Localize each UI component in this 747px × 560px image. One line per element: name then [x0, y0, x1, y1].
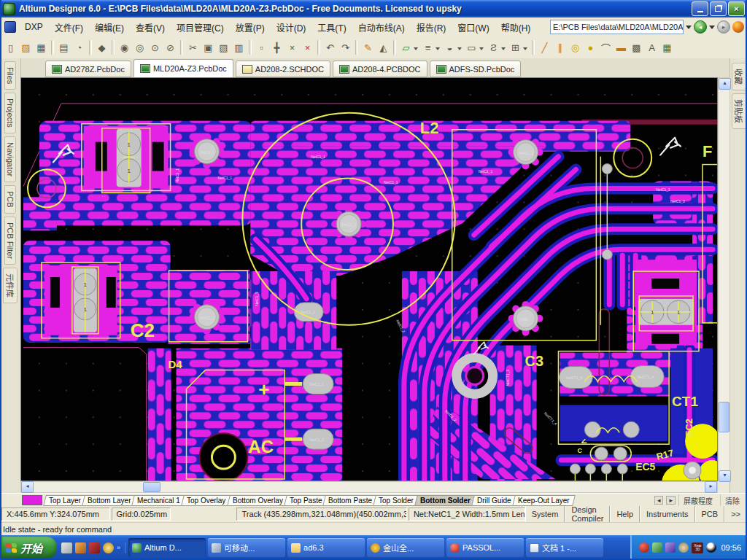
doc-tab-mld20a-z3[interactable]: MLD20A-Z3.PcbDoc	[133, 59, 233, 77]
fill-icon[interactable]: ▬	[614, 40, 629, 55]
panel-tab-clipboard[interactable]: 剪贴板	[732, 93, 746, 129]
doc-tab-ad208-4[interactable]: AD208-4.PCBDOC	[333, 61, 427, 77]
task-removable-disk[interactable]: 可移动...	[208, 538, 285, 557]
task-word-document[interactable]: 文档 1 -...	[526, 538, 603, 557]
layer-tab-bottom-overlay[interactable]: Bottom Overlay	[227, 495, 289, 506]
address-combobox[interactable]: E:\PCB Files\data\MLD20A\MLD20A-Z3	[550, 20, 684, 34]
task-passolo[interactable]: PASSOL...	[446, 538, 524, 557]
align-icon[interactable]: ≡	[420, 40, 436, 55]
restore-button[interactable]	[710, 1, 727, 16]
deselect-icon[interactable]: ×	[285, 40, 300, 55]
filter-icon[interactable]: ◭	[376, 40, 391, 55]
layer-tab-top-paste[interactable]: Top Paste	[284, 495, 328, 506]
panel-button-system[interactable]: System	[525, 506, 565, 522]
find-similar-icon[interactable]: ◒	[442, 40, 457, 55]
tray-update-icon[interactable]	[652, 542, 662, 553]
move-icon[interactable]: ╋	[269, 40, 285, 55]
scroll-up-button[interactable]: ▴	[719, 78, 731, 90]
tray-ball-icon[interactable]	[639, 542, 649, 553]
select-area-icon[interactable]: ▫	[254, 40, 269, 55]
home-icon[interactable]	[732, 21, 744, 33]
start-button[interactable]: 开始	[0, 537, 57, 559]
panel-tab-favorites[interactable]: 收藏	[732, 63, 746, 90]
scroll-down-button[interactable]: ▾	[719, 470, 731, 482]
cut-icon[interactable]: ✂	[185, 40, 201, 55]
component-icon[interactable]: ▦	[659, 40, 675, 55]
minimize-button[interactable]	[692, 1, 708, 16]
layer-tab-top-overlay[interactable]: Top Overlay	[181, 495, 231, 506]
doc-tab-ad208-2[interactable]: AD208-2.SCHDOC	[236, 61, 330, 77]
task-altium[interactable]: Altium D...	[128, 538, 206, 557]
dropdown-arrow-icon[interactable]	[414, 47, 418, 52]
scroll-right-button[interactable]: ▸	[705, 481, 717, 493]
quick-launch-chevron-icon[interactable]: »	[117, 544, 120, 551]
forward-button[interactable]: ▸	[717, 20, 730, 34]
panel-button-pcb[interactable]: PCB	[695, 506, 725, 522]
panel-button-instruments[interactable]: Instruments	[640, 506, 694, 522]
differential-route-icon[interactable]: ∥	[552, 40, 568, 55]
dropdown-arrow-icon[interactable]	[501, 47, 506, 52]
close-button[interactable]: ×	[728, 1, 745, 16]
active-layer-color-swatch[interactable]	[22, 495, 42, 505]
room-icon[interactable]: Ƨ	[486, 40, 501, 55]
pad-icon[interactable]: ◎	[568, 40, 583, 55]
pcb-canvas[interactable]: L2 C2 C3 D4 CT1 EC2 EC5 R17 F AC + C 1 1…	[20, 77, 718, 481]
panel-tab-libraries[interactable]: 元件库	[3, 268, 18, 303]
menu-design[interactable]: 设计(D)	[271, 19, 312, 36]
panel-button-design-compiler[interactable]: Design Compiler	[565, 506, 610, 522]
new-icon[interactable]: ▯	[3, 40, 18, 55]
dropdown-arrow-icon[interactable]	[479, 47, 484, 52]
panel-tab-pcb-filter[interactable]: PCB Filter	[4, 217, 16, 265]
address-dropdown-icon[interactable]	[686, 26, 692, 32]
tray-volume-icon[interactable]	[678, 542, 689, 553]
quick-launch-icon-3[interactable]	[89, 542, 100, 553]
panel-tab-files[interactable]: Files	[4, 61, 16, 90]
menu-file[interactable]: 文件(F)	[49, 19, 89, 36]
clear-button[interactable]: 清除	[720, 494, 744, 507]
menu-edit[interactable]: 编辑(E)	[89, 19, 130, 36]
layer-tab-drill-guide[interactable]: Drill Guide	[471, 495, 516, 506]
back-dropdown-icon[interactable]	[709, 26, 715, 32]
interactive-route-icon[interactable]: ╱	[537, 40, 552, 55]
menu-tools[interactable]: 工具(T)	[311, 19, 352, 36]
measure-icon[interactable]: ▭	[464, 40, 479, 55]
doc-tab-adfs-sd[interactable]: ADFS-SD.PcbDoc	[430, 61, 522, 77]
mask-level-button[interactable]: 屏蔽程度	[678, 494, 717, 507]
xear-3d-icon[interactable]: Xear3D	[692, 542, 703, 553]
menu-help[interactable]: 帮助(H)	[495, 19, 537, 36]
layer-tab-top-solder[interactable]: Top Solder	[373, 495, 419, 506]
layer-tab-bottom-solder[interactable]: Bottom Solder	[414, 495, 476, 506]
clear-filter-icon[interactable]: ×	[300, 40, 315, 55]
panel-button-more[interactable]: >>	[724, 506, 747, 522]
task-folder-ad63[interactable]: ad6.3	[287, 538, 365, 557]
layer-sets-icon[interactable]: ▱	[398, 40, 414, 55]
save-icon[interactable]: ▦	[34, 40, 49, 55]
layer-tab-bottom-paste[interactable]: Bottom Paste	[322, 495, 378, 506]
copy-icon[interactable]: ▣	[201, 40, 216, 55]
grid-icon[interactable]: ⊞	[508, 40, 523, 55]
qq-icon[interactable]	[706, 542, 716, 553]
dropdown-arrow-icon[interactable]	[436, 47, 440, 52]
zoom-document-icon[interactable]: ◉	[117, 40, 132, 55]
layer-tab-mech1[interactable]: Mechanical 1	[132, 495, 187, 506]
quick-launch-icon-1[interactable]	[61, 542, 72, 553]
tray-display-icon[interactable]	[665, 542, 676, 553]
layer-tab-bottom[interactable]: Bottom Layer	[82, 495, 136, 506]
print-icon[interactable]: ▤	[56, 40, 71, 55]
highlight-icon[interactable]: ✎	[360, 40, 376, 55]
doc-tab-ad278z[interactable]: AD278Z.PcbDoc	[45, 61, 131, 77]
menu-project[interactable]: 项目管理(C)	[171, 19, 230, 36]
dropdown-arrow-icon[interactable]	[457, 47, 462, 52]
layer-tab-keepout[interactable]: Keep-Out Layer	[512, 495, 575, 506]
zoom-in-icon[interactable]: ⊙	[147, 40, 163, 55]
zoom-selected-icon[interactable]: ⊘	[163, 40, 178, 55]
via-icon[interactable]: ●	[583, 40, 598, 55]
quick-launch-icon-2[interactable]	[75, 542, 86, 553]
layer-scroll-right-button[interactable]: ▸	[666, 496, 676, 505]
flip-board-icon[interactable]: ◆	[94, 40, 109, 55]
layer-scroll-left-button[interactable]: ◂	[654, 496, 664, 505]
paste-array-icon[interactable]: ▥	[231, 40, 247, 55]
task-kingsoft[interactable]: 金山全...	[367, 538, 444, 557]
open-icon[interactable]: ▨	[18, 40, 34, 55]
print-preview-icon[interactable]: ◔	[71, 40, 87, 55]
